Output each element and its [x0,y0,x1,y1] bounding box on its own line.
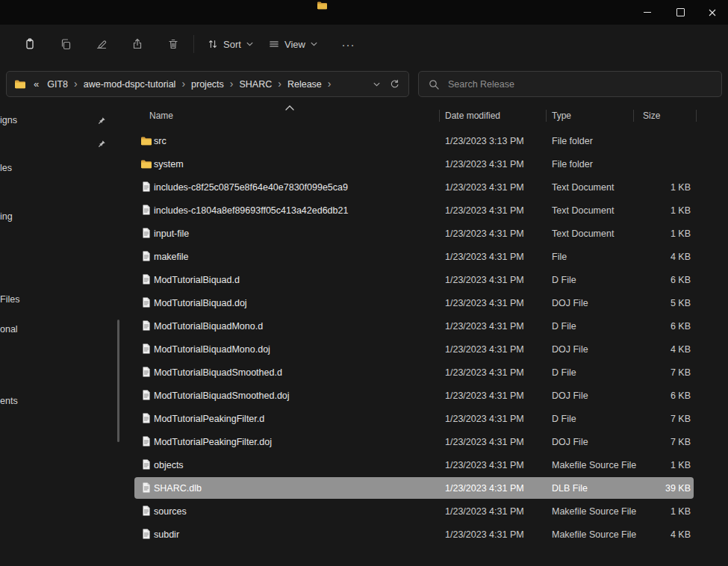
minimize-icon [644,12,651,13]
breadcrumb-item-git8[interactable]: GIT8 [42,79,73,90]
sidebar-scrollbar-thumb[interactable] [117,320,119,442]
paste-icon [24,38,36,50]
sort-arrows-icon [208,39,218,49]
table-row[interactable]: input-file 1/23/2023 4:31 PM Text Docume… [125,222,728,245]
file-type: Text Document [552,199,614,222]
column-divider[interactable] [696,110,697,122]
table-row[interactable]: ModTutorialBiquadSmoothed.d 1/23/2023 4:… [125,361,728,384]
view-list-icon [269,39,279,49]
sidebar-item[interactable]: les [0,162,12,174]
chevron-right-icon: › [327,78,332,89]
see-more-button[interactable]: ··· [335,33,362,55]
column-divider[interactable] [546,110,547,122]
copy-button[interactable] [52,31,79,57]
column-header-size[interactable]: Size [643,105,660,127]
column-header-date-modified[interactable]: Date modified [445,105,500,127]
table-row[interactable]: ModTutorialBiquadMono.doj 1/23/2023 4:31… [125,338,728,361]
file-date-modified: 1/23/2023 4:31 PM [445,175,524,199]
toolbar-divider [193,35,194,53]
file-date-modified: 1/23/2023 4:31 PM [445,314,524,338]
close-icon [709,9,716,16]
search-box[interactable] [418,71,722,97]
search-input[interactable] [447,78,712,90]
sidebar-item[interactable]: igns [0,114,17,126]
file-name: subdir [154,523,179,546]
file-name: objects [154,453,184,476]
sidebar-item[interactable]: onal [0,323,18,335]
file-date-modified: 1/23/2023 4:31 PM [445,222,524,245]
table-row[interactable]: ModTutorialBiquad.doj 1/23/2023 4:31 PM … [125,291,728,314]
file-size: 6 KB [618,268,691,291]
file-size: 6 KB [618,314,691,338]
sort-button[interactable]: Sort [200,33,261,55]
file-type: Text Document [552,222,614,245]
file-name: ModTutorialBiquadMono.d [154,314,263,338]
file-name: ModTutorialBiquad.doj [154,291,247,314]
table-row[interactable]: ModTutorialBiquad.d 1/23/2023 4:31 PM D … [125,268,728,291]
location-folder-icon [14,79,26,89]
maximize-button[interactable] [664,0,697,25]
file-name: input-file [154,222,189,245]
table-row[interactable]: ModTutorialBiquadSmoothed.doj 1/23/2023 … [125,384,728,407]
breadcrumb-item-sharc[interactable]: SHARC [234,79,278,90]
sidebar-item[interactable]: ents [0,395,18,407]
sidebar-item[interactable]: ing [0,211,13,223]
minimize-button[interactable] [630,0,664,25]
file-type: D File [552,314,576,338]
rename-button[interactable] [88,31,115,57]
paste-button[interactable] [16,31,43,57]
table-row[interactable]: SHARC.dlb 1/23/2023 4:31 PM DLB File 39 … [125,476,728,500]
view-button[interactable]: View [261,33,325,55]
breadcrumb-overflow[interactable]: « [29,78,42,90]
file-size: 1 KB [618,453,691,476]
file-type: D File [552,268,576,291]
file-name: makefile [154,245,189,268]
breadcrumb-item-release[interactable]: Release [282,79,327,90]
column-divider[interactable] [439,110,440,122]
table-row[interactable]: includes-c1804a8ef89693ff05c413a42ed6db2… [125,199,728,222]
close-button[interactable] [696,0,728,25]
address-dropdown-button[interactable] [367,82,386,87]
table-row[interactable]: makefile 1/23/2023 4:31 PM File 4 KB [125,245,728,268]
address-bar[interactable]: « GIT8 › awe-mod-dspc-tutorial › project… [6,71,409,97]
chevron-right-icon: › [181,78,186,89]
delete-button[interactable] [160,31,187,57]
breadcrumb-item-awe-mod-dspc-tutorial[interactable]: awe-mod-dspc-tutorial [78,79,181,90]
file-size: 39 KB [618,476,691,500]
share-icon [131,38,143,50]
file-name: ModTutorialBiquadMono.doj [154,338,270,361]
refresh-button[interactable] [386,79,402,90]
file-name: ModTutorialPeakingFilter.doj [154,430,272,453]
table-row[interactable]: src 1/23/2023 3:13 PM File folder [125,129,728,152]
file-icon [140,204,152,216]
table-row[interactable]: includes-c8f25c0875e8f64e40e7830f099e5ca… [125,175,728,199]
table-row[interactable]: sources 1/23/2023 4:31 PM Makefile Sourc… [125,500,728,523]
file-type: DOJ File [552,338,588,361]
file-size [618,129,691,152]
share-button[interactable] [124,31,151,57]
table-row[interactable]: objects 1/23/2023 4:31 PM Makefile Sourc… [125,453,728,476]
column-header-type[interactable]: Type [552,105,571,127]
table-row[interactable]: system 1/23/2023 4:31 PM File folder [125,152,728,175]
table-row[interactable]: ModTutorialPeakingFilter.d 1/23/2023 4:3… [125,407,728,430]
file-name: src [154,129,167,152]
maximize-icon [676,8,685,16]
file-date-modified: 1/23/2023 4:31 PM [445,523,524,546]
file-size: 7 KB [618,407,691,430]
column-header-name[interactable]: Name [149,105,173,127]
column-divider[interactable] [633,110,634,122]
sidebar-item[interactable]: Files [0,293,19,305]
table-row[interactable]: ModTutorialBiquadMono.d 1/23/2023 4:31 P… [125,314,728,338]
table-row[interactable]: ModTutorialPeakingFilter.doj 1/23/2023 4… [125,430,728,453]
table-row[interactable]: subdir 1/23/2023 4:31 PM Makefile Source… [125,523,728,546]
row-selection-highlight [134,246,694,267]
file-icon [140,482,152,494]
file-name: ModTutorialBiquad.d [154,268,240,291]
breadcrumb-item-projects[interactable]: projects [186,79,229,90]
file-icon [140,158,152,170]
file-date-modified: 1/23/2023 4:31 PM [445,152,524,175]
file-type: Text Document [552,175,614,199]
file-icon [140,250,152,262]
pin-icon [98,116,106,125]
file-icon [140,273,152,285]
